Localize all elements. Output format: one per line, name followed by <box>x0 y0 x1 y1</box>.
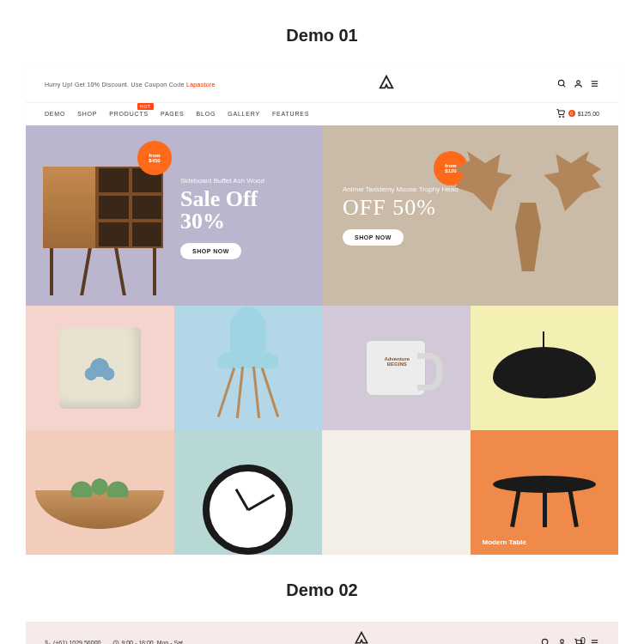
nav-row: DEMO SHOP PRODUCTSHOT PAGES BLOG GALLERY… <box>26 102 618 125</box>
nav-blog[interactable]: BLOG <box>197 111 216 117</box>
hero-right-title: OFF 50% <box>343 197 459 219</box>
chair-image <box>218 351 278 368</box>
svg-line-1 <box>563 85 565 87</box>
demo2-topbar: (+61) 1029 56000 9:00 - 18:00, Mon - Sat… <box>26 622 618 644</box>
demo2-frame: (+61) 1029 56000 9:00 - 18:00, Mon - Sat… <box>26 622 618 644</box>
clock-image <box>203 465 293 555</box>
nav-features[interactable]: FEATURES <box>272 111 309 117</box>
nav-demo[interactable]: DEMO <box>45 111 65 117</box>
hero-right-subtitle: Animal Taxidemy Moose Trophy Head <box>343 185 459 193</box>
menu-icon[interactable] <box>590 79 599 90</box>
sideboard-image <box>34 158 172 295</box>
hero-right[interactable]: from$120 Animal Taxidemy Moose Trophy He… <box>322 125 618 306</box>
hot-badge: HOT <box>137 103 154 110</box>
moose-image <box>455 143 601 297</box>
demo2-cart-badge: 0 <box>580 635 586 645</box>
cart-summary[interactable]: 0 $125.00 <box>556 108 599 118</box>
tile-chair[interactable] <box>174 306 323 430</box>
tile-lamp[interactable] <box>471 306 619 430</box>
cart-total: $125.00 <box>578 111 599 117</box>
hero-left[interactable]: from$450 Sideboard Buffet Ash Wood Sale … <box>26 125 322 306</box>
main-nav: DEMO SHOP PRODUCTSHOT PAGES BLOG GALLERY… <box>45 111 309 117</box>
nav-gallery[interactable]: GALLERY <box>228 111 260 117</box>
demo2-account-icon[interactable] <box>557 638 567 645</box>
nav-products[interactable]: PRODUCTSHOT <box>109 111 149 117</box>
tile-mug[interactable]: AdventureBEGINS <box>322 306 471 430</box>
top-bar: Hurry Up! Get 10% Discount. Use Coupon C… <box>26 67 618 102</box>
promo-text: Hurry Up! Get 10% Discount. Use Coupon C… <box>45 82 216 88</box>
coupon-code: Lapastore <box>186 82 216 88</box>
account-icon[interactable] <box>574 79 583 90</box>
pillow-image <box>59 327 141 409</box>
lamp-image <box>493 331 596 404</box>
hours-info: 9:00 - 18:00, Mon - Sat <box>112 640 183 644</box>
demo2-logo[interactable]: LAPA STORE <box>331 630 392 644</box>
svg-point-7 <box>562 116 564 118</box>
demo2-heading: Demo 02 <box>0 555 644 622</box>
search-icon[interactable] <box>557 79 567 90</box>
svg-point-9 <box>542 639 547 644</box>
table-image <box>493 476 596 527</box>
product-grid: AdventureBEGINS Modern Table <box>26 306 618 555</box>
tile-empty[interactable] <box>322 430 471 555</box>
demo1-heading: Demo 01 <box>0 0 644 67</box>
logo[interactable] <box>377 74 396 95</box>
tile-table[interactable]: Modern Table <box>471 430 619 555</box>
mug-image: AdventureBEGINS <box>366 340 426 396</box>
svg-point-2 <box>577 81 580 84</box>
tile-clock[interactable] <box>174 430 323 555</box>
svg-point-0 <box>558 80 563 85</box>
hero: from$450 Sideboard Buffet Ash Wood Sale … <box>26 125 618 306</box>
shop-now-left-button[interactable]: SHOP NOW <box>180 243 241 259</box>
svg-point-11 <box>561 639 564 642</box>
tile-table-label: Modern Table <box>483 538 526 546</box>
hero-left-title: Sale Off30% <box>180 188 264 233</box>
price-badge-left: from$450 <box>137 141 172 175</box>
demo1-frame: Hurry Up! Get 10% Discount. Use Coupon C… <box>26 67 618 555</box>
demo2-menu-icon[interactable] <box>590 638 599 645</box>
demo2-cart-icon[interactable]: 0 <box>574 638 583 645</box>
bowl-image <box>35 490 164 529</box>
svg-point-6 <box>559 116 561 118</box>
demo2-search-icon[interactable] <box>541 638 550 645</box>
nav-pages[interactable]: PAGES <box>161 111 185 117</box>
tile-bowl[interactable] <box>26 430 174 555</box>
nav-shop[interactable]: SHOP <box>77 111 97 117</box>
tile-pillow[interactable] <box>26 306 174 430</box>
shop-now-right-button[interactable]: SHOP NOW <box>343 229 404 246</box>
hero-left-subtitle: Sideboard Buffet Ash Wood <box>180 177 264 185</box>
phone-info: (+61) 1029 56000 <box>45 640 100 644</box>
cart-badge: 0 <box>568 110 575 117</box>
